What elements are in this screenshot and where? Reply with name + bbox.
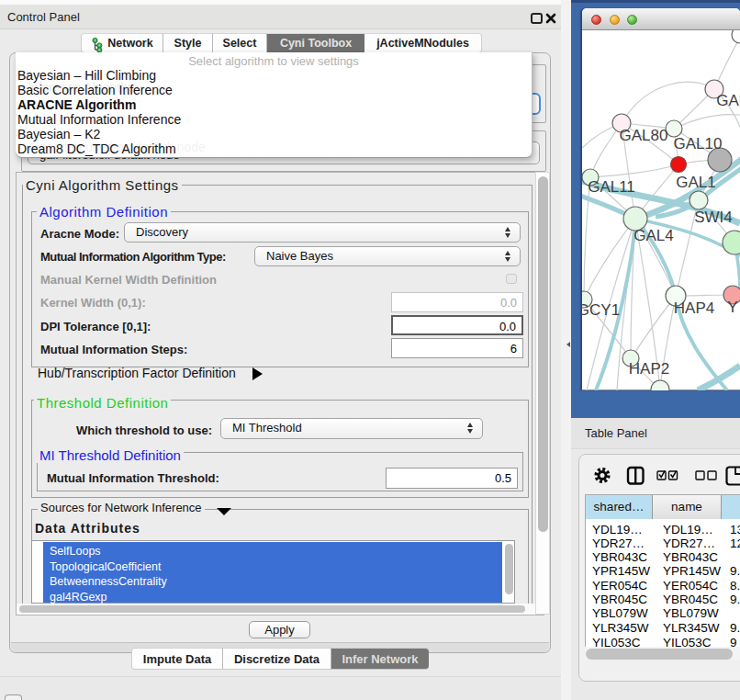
- svg-text:Y: Y: [727, 299, 737, 316]
- svg-text:GCY1: GCY1: [582, 301, 620, 319]
- svg-text:GAL80: GAL80: [620, 127, 668, 144]
- svg-text:HAP2: HAP2: [629, 360, 669, 378]
- svg-text:HAP4: HAP4: [674, 299, 714, 317]
- svg-text:GAL4: GAL4: [633, 227, 673, 244]
- svg-text:GAL2: GAL2: [716, 92, 740, 109]
- svg-text:GAL11: GAL11: [588, 178, 635, 196]
- svg-text:SWI4: SWI4: [694, 209, 733, 226]
- svg-text:GAL1: GAL1: [676, 174, 715, 191]
- svg-text:GAL10: GAL10: [674, 135, 723, 152]
